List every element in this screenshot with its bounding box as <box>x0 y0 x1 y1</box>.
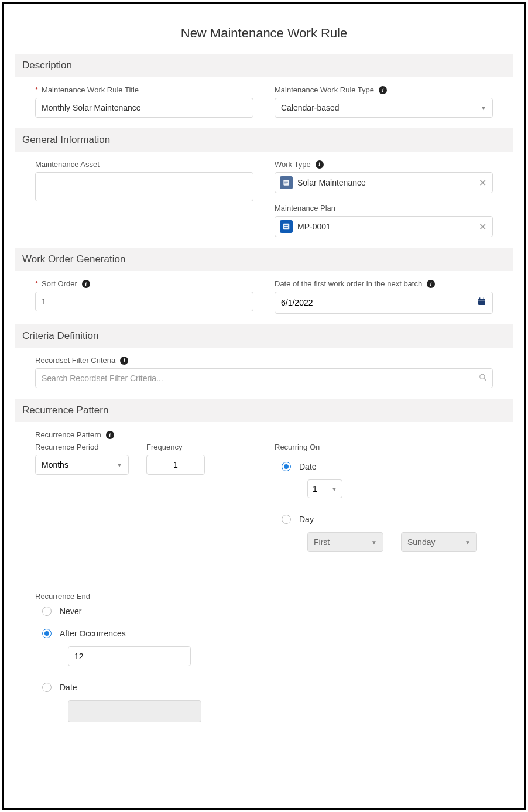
radio-end-date[interactable] <box>42 683 52 692</box>
firstdate-label: Date of the first work order in the next… <box>275 279 493 288</box>
info-icon[interactable]: i <box>82 280 90 288</box>
calendar-icon[interactable] <box>477 297 486 309</box>
title-input[interactable] <box>35 98 253 118</box>
firstdate-input[interactable]: 6/1/2022 <box>275 292 493 314</box>
chevron-down-icon: ▼ <box>331 486 337 492</box>
plan-lookup[interactable]: MP-0001 ✕ <box>275 216 493 237</box>
radio-date[interactable] <box>282 462 291 471</box>
chevron-down-icon: ▼ <box>481 105 486 111</box>
asset-input[interactable] <box>35 172 253 201</box>
section-header-description: Description <box>15 54 513 77</box>
worktype-lookup[interactable]: Solar Maintenance ✕ <box>275 172 493 193</box>
sort-label: * Sort Order i <box>35 279 253 288</box>
type-select[interactable]: Calendar-based ▼ <box>275 98 493 118</box>
section-header-general: General Information <box>15 128 513 152</box>
svg-rect-4 <box>283 224 290 230</box>
info-icon[interactable]: i <box>379 86 387 94</box>
day-ordinal-select[interactable]: First ▼ <box>307 532 383 552</box>
after-occurrences-input[interactable] <box>68 646 191 666</box>
svg-rect-3 <box>284 184 287 184</box>
plan-value: MP-0001 <box>297 222 331 231</box>
svg-rect-1 <box>284 181 288 181</box>
radio-date-label: Date <box>299 462 317 471</box>
end-label: Recurrence End <box>35 592 493 601</box>
worktype-label: Work Type i <box>275 160 493 169</box>
chevron-down-icon: ▼ <box>116 462 122 468</box>
worktype-value: Solar Maintenance <box>297 178 366 187</box>
svg-rect-8 <box>484 297 484 299</box>
radio-day-label: Day <box>299 515 314 524</box>
radio-end-date-label: Date <box>60 683 77 692</box>
page-title: New Maintenance Work Rule <box>15 26 513 41</box>
filter-search-input[interactable] <box>35 368 493 388</box>
info-icon[interactable]: i <box>106 431 114 439</box>
worktype-icon <box>280 176 293 189</box>
plan-label: Maintenance Plan <box>275 204 493 213</box>
svg-rect-7 <box>479 297 480 299</box>
chevron-down-icon: ▼ <box>465 539 471 546</box>
section-header-criteria: Criteria Definition <box>15 324 513 348</box>
radio-end-never[interactable] <box>42 607 52 616</box>
info-icon[interactable]: i <box>427 280 435 288</box>
asset-label: Maintenance Asset <box>35 160 253 169</box>
svg-rect-5 <box>478 299 485 305</box>
plan-icon <box>280 220 293 233</box>
svg-rect-2 <box>284 182 288 183</box>
recurring-on-label: Recurring On <box>275 443 493 451</box>
close-icon[interactable]: ✕ <box>478 177 488 189</box>
svg-point-9 <box>480 374 485 379</box>
required-star: * <box>35 279 38 288</box>
radio-end-never-label: Never <box>60 607 81 616</box>
radio-end-after[interactable] <box>42 629 52 638</box>
info-icon[interactable]: i <box>120 357 128 365</box>
end-date-input[interactable] <box>68 700 201 722</box>
required-star: * <box>35 85 38 94</box>
pattern-label: Recurrence Pattern i <box>35 430 493 439</box>
date-value-select[interactable]: 1 ▼ <box>307 479 342 498</box>
radio-end-after-label: After Occurrences <box>60 629 126 638</box>
period-label: Recurrence Period <box>35 443 129 451</box>
frequency-input[interactable] <box>146 455 205 475</box>
radio-day[interactable] <box>282 515 291 524</box>
type-label: Maintenance Work Rule Type i <box>275 85 493 94</box>
section-header-recurrence: Recurrence Pattern <box>15 399 513 422</box>
frequency-label: Frequency <box>146 443 205 451</box>
chevron-down-icon: ▼ <box>371 539 377 546</box>
svg-line-10 <box>484 378 486 381</box>
svg-rect-6 <box>478 300 485 301</box>
day-weekday-select[interactable]: Sunday ▼ <box>401 532 477 552</box>
close-icon[interactable]: ✕ <box>478 221 488 232</box>
info-icon[interactable]: i <box>316 160 324 169</box>
period-select[interactable]: Months ▼ <box>35 455 129 475</box>
search-icon <box>479 374 487 383</box>
title-label: * Maintenance Work Rule Title <box>35 85 253 94</box>
filter-label: Recordset Filter Criteria i <box>35 356 493 365</box>
sort-input[interactable] <box>35 292 253 311</box>
section-header-workorder: Work Order Generation <box>15 248 513 271</box>
